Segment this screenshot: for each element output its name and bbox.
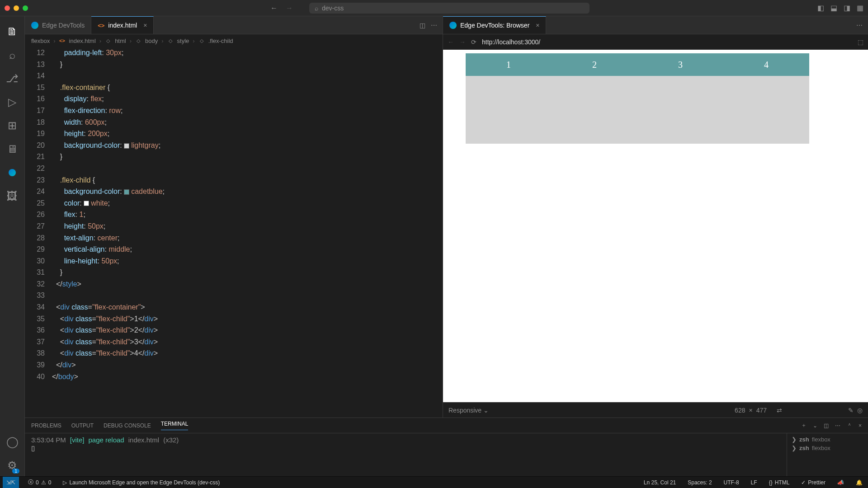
edge-icon [31,22,38,29]
breadcrumb-item[interactable]: index.html [69,38,96,44]
maximize-panel-icon[interactable]: ＾ [847,422,852,429]
search-activity-icon[interactable]: ⌕ [1,44,23,66]
extensions-icon[interactable]: ⊞ [1,115,23,136]
layout-right-icon[interactable]: ◨ [844,4,850,12]
session-shell: zsh [799,445,809,451]
flex-child-demo: 3 [637,53,723,76]
device-mode-dropdown[interactable]: Responsive ⌄ [448,407,489,414]
edit-icon[interactable]: ✎ [848,407,854,414]
tab-edge-devtools[interactable]: Edge DevTools [25,16,91,34]
breadcrumb-item[interactable]: body [145,38,158,44]
viewport-width-input[interactable]: 628 [735,407,745,414]
target-icon[interactable]: ◎ [857,407,863,414]
terminal-session[interactable]: ❯ zsh flexbox [792,444,863,452]
panel-tab-terminal[interactable]: TERMINAL [161,421,189,430]
code-lines[interactable]: padding-left: 30px; } .flex-container { … [52,47,443,418]
explorer-icon[interactable]: 🗎 [1,21,23,42]
tab-index-html[interactable]: <> index.html × [91,16,154,34]
layout-bottom-icon[interactable]: ⬓ [830,4,837,12]
launch-icon: ▷ [63,479,67,486]
device-mode-label: Responsive [448,407,481,414]
status-indentation[interactable]: Spaces: 2 [685,479,714,486]
browser-reload-icon[interactable]: ⟳ [471,38,476,46]
html-file-icon: <> [98,22,104,29]
terminal-output[interactable]: 3:53:04 PM [vite] page reload index.html… [25,433,787,476]
panel-tab-problems[interactable]: PROBLEMS [31,422,61,429]
more-actions-icon[interactable]: ⋯ [431,22,437,29]
status-cursor-position[interactable]: Ln 25, Col 21 [641,479,679,486]
panel-tab-output[interactable]: OUTPUT [71,422,94,429]
tab-label: Edge DevTools [42,22,85,29]
megaphone-icon: 📣 [837,479,844,486]
device-toolbar: Responsive ⌄ 628 × 477 ⇄ ✎ ◎ [443,402,868,418]
source-control-icon[interactable]: ⎇ [1,68,23,89]
terminal-session[interactable]: ❯ zsh flexbox [792,435,863,444]
edge-devtools-icon[interactable] [1,162,23,183]
browser-forward-icon[interactable]: → [459,38,466,46]
status-problems[interactable]: ⓧ0 ⚠0 [25,479,54,486]
split-editor-icon[interactable]: ◫ [420,22,425,29]
status-bell-icon[interactable]: 🔔 [853,479,865,486]
close-tab-icon[interactable]: × [143,22,147,29]
status-launch-edge[interactable]: ▷Launch Microsoft Edge and open the Edge… [60,479,222,486]
status-prettier[interactable]: ✓Prettier [798,479,828,486]
terminal-text: page reload [88,436,124,444]
rotate-icon[interactable]: ⇄ [777,407,782,414]
tab-devtools-browser[interactable]: Edge DevTools: Browser × [443,16,546,34]
layout-grid-icon[interactable]: ▦ [857,4,863,12]
nav-forward-icon[interactable]: → [283,4,296,12]
remote-explorer-icon[interactable]: 🖥 [1,138,23,160]
search-text: dev-css [322,5,344,12]
symbol-icon: ◇ [198,38,205,44]
preview-tab-strip: Edge DevTools: Browser × ⋯ [443,16,868,34]
close-window-icon[interactable] [5,5,10,11]
url-field[interactable]: http://localhost:3000/ [482,38,540,46]
command-center-search[interactable]: ⌕ dev-css [309,3,590,14]
title-bar: ← → ⌕ dev-css ◧ ⬓ ◨ ▦ [0,0,868,16]
remote-indicator[interactable]: ⇲⇱ [3,477,19,488]
session-shell: zsh [799,436,809,443]
more-actions-icon[interactable]: ⋯ [835,422,840,429]
chevron-down-icon: ⌄ [483,407,489,414]
panel-tab-debug-console[interactable]: DEBUG CONSOLE [104,422,151,429]
close-panel-icon[interactable]: × [859,422,862,429]
error-count: 0 [36,479,39,486]
terminal-profile-chevron-icon[interactable]: ⌄ [813,422,817,429]
minimize-window-icon[interactable] [14,5,19,11]
edge-icon [449,22,457,29]
maximize-window-icon[interactable] [23,5,28,11]
breadcrumb-item[interactable]: .flex-child [208,38,233,44]
status-eol[interactable]: LF [748,479,760,486]
code-editor[interactable]: 1213141516171819202122232425262728293031… [25,47,443,418]
gallery-icon[interactable]: 🖼 [1,185,23,207]
browser-viewport[interactable]: 1 2 3 4 [443,50,868,402]
inspect-icon[interactable]: ⬚ [858,38,863,46]
code-icon: {} [769,479,773,486]
status-bar: ⇲⇱ ⓧ0 ⚠0 ▷Launch Microsoft Edge and open… [0,476,868,488]
terminal-icon: ❯ [792,436,797,443]
status-language-mode[interactable]: {}HTML [766,479,793,486]
status-feedback-icon[interactable]: 📣 [835,479,847,486]
browser-back-icon[interactable]: ← [448,38,454,46]
terminal-icon: ❯ [792,445,797,451]
terminal-text: (x32) [163,436,179,444]
more-actions-icon[interactable]: ⋯ [856,22,863,29]
terminal-timestamp: 3:53:04 PM [31,436,66,444]
close-tab-icon[interactable]: × [536,22,539,29]
session-label: flexbox [812,436,830,443]
symbol-icon: ◇ [167,38,174,44]
account-icon[interactable]: ◯ [1,431,23,453]
settings-gear-icon[interactable]: ⚙1 [1,455,23,476]
activity-bar: 🗎 ⌕ ⎇ ▷ ⊞ 🖥 🖼 ◯ ⚙1 [0,16,25,476]
nav-back-icon[interactable]: ← [268,4,280,12]
new-terminal-icon[interactable]: ＋ [801,422,807,429]
breadcrumb-item[interactable]: html [115,38,126,44]
viewport-height-input[interactable]: 477 [756,407,767,414]
run-debug-icon[interactable]: ▷ [1,91,23,113]
breadcrumb-item[interactable]: flexbox [31,38,50,44]
breadcrumb[interactable]: flexbox› <>index.html› ◇html› ◇body› ◇st… [25,34,443,47]
status-encoding[interactable]: UTF-8 [721,479,742,486]
layout-left-icon[interactable]: ◧ [817,4,824,12]
split-terminal-icon[interactable]: ◫ [824,422,829,429]
breadcrumb-item[interactable]: style [177,38,189,44]
